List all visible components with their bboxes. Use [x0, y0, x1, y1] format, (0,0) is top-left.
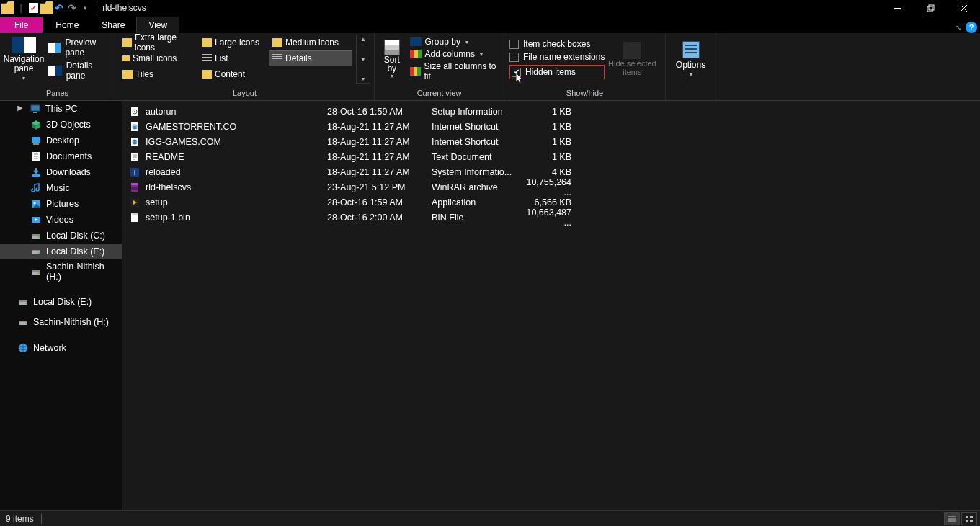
- file-type: System Informatio...: [432, 167, 518, 177]
- ribbon-group-show-hide-label: Show/hide: [508, 87, 662, 99]
- sidebar-item-label: This PC: [45, 104, 77, 114]
- minimize-ribbon-icon[interactable]: ⤡: [956, 24, 961, 32]
- navigation-pane-button[interactable]: Navigation pane ▾: [4, 35, 44, 84]
- extra-large-icons-icon: [122, 38, 132, 47]
- hidden-items-checkbox[interactable]: Hidden items: [509, 65, 605, 79]
- file-size: 4 KB: [518, 167, 576, 177]
- window-title: rld-thelscvs: [102, 3, 146, 13]
- group-by-button[interactable]: Group by ▾: [410, 37, 500, 47]
- drive-icon: [30, 266, 42, 277]
- file-name-extensions-checkbox[interactable]: File name extensions: [509, 52, 605, 62]
- thumbnails-view-icon: [965, 515, 974, 522]
- navigation-pane-icon: [12, 37, 36, 53]
- file-row[interactable]: rld-thelscvs23-Aug-21 5:12 PMWinRAR arch…: [122, 179, 980, 195]
- minimize-button[interactable]: [881, 0, 914, 16]
- layout-tiles[interactable]: Tiles: [119, 66, 198, 82]
- file-row[interactable]: autorun28-Oct-16 1:59 AMSetup Informatio…: [122, 104, 980, 119]
- tab-home[interactable]: Home: [44, 17, 90, 33]
- options-icon: [682, 41, 700, 58]
- sidebar-item[interactable]: ⯈This PC: [0, 101, 122, 117]
- navigation-tree[interactable]: ⯈This PC3D ObjectsDesktopDocumentsDownlo…: [0, 101, 122, 510]
- preview-pane-label: Preview pane: [65, 37, 111, 58]
- file-row[interactable]: README18-Aug-21 11:27 AMText Document1 K…: [122, 149, 980, 164]
- scroll-more-icon[interactable]: ▾: [362, 75, 365, 83]
- svg-rect-27: [32, 250, 40, 251]
- preview-pane-button[interactable]: Preview pane: [48, 37, 111, 58]
- quick-access-toolbar: | ✔ ↶ ↷ ▾: [1, 1, 92, 14]
- expand-icon[interactable]: ⯈: [17, 105, 24, 112]
- sidebar-item[interactable]: Videos: [0, 212, 122, 228]
- layout-medium[interactable]: Medium icons: [269, 35, 352, 50]
- file-row[interactable]: setup-1.bin28-Oct-16 2:00 AMBIN File10,6…: [122, 210, 980, 225]
- details-view-icon: [948, 515, 956, 522]
- sort-by-button[interactable]: Sort by ▾: [378, 35, 406, 84]
- sidebar-item-label: Local Disk (E:): [33, 297, 92, 307]
- file-date: 28-Oct-16 1:59 AM: [327, 197, 432, 208]
- sidebar-item[interactable]: Downloads: [0, 164, 122, 180]
- file-size: 1 KB: [518, 122, 576, 132]
- svg-point-34: [25, 303, 27, 304]
- sidebar-item[interactable]: Local Disk (E:): [0, 244, 122, 259]
- size-all-columns-button[interactable]: Size all columns to fit: [410, 61, 500, 81]
- sidebar-item-label: Desktop: [46, 135, 79, 146]
- sidebar-item[interactable]: Pictures: [0, 196, 122, 212]
- sidebar-item[interactable]: Music: [0, 180, 122, 196]
- drive-icon: [17, 296, 29, 308]
- layout-content[interactable]: Content: [198, 66, 269, 82]
- tab-share[interactable]: Share: [90, 17, 136, 33]
- file-type: Application: [432, 197, 518, 208]
- layout-list[interactable]: List: [198, 50, 269, 66]
- sidebar-item[interactable]: Desktop: [0, 133, 122, 148]
- svg-point-25: [38, 236, 40, 238]
- sidebar-item[interactable]: Local Disk (E:): [0, 294, 122, 310]
- sidebar-item[interactable]: Network: [0, 340, 122, 356]
- videos-icon: [30, 214, 42, 226]
- file-list-pane[interactable]: autorun28-Oct-16 1:59 AMSetup Informatio…: [122, 101, 980, 510]
- medium-icons-icon: [272, 38, 282, 47]
- file-size: 6,566 KB: [518, 197, 576, 208]
- details-pane-button[interactable]: Details pane: [48, 61, 111, 81]
- file-size: 10,755,264 ...: [518, 177, 576, 197]
- options-button[interactable]: Options ▾: [669, 35, 712, 84]
- ribbon-group-current-view: Sort by ▾ Group by ▾ Add columns ▾ Size …: [375, 33, 504, 100]
- file-name: rld-thelscvs: [146, 182, 327, 192]
- music-icon: [30, 182, 42, 194]
- layout-large[interactable]: Large icons: [198, 35, 269, 50]
- file-icon: [128, 151, 141, 163]
- undo-icon[interactable]: ↶: [53, 1, 66, 14]
- file-name: autorun: [146, 107, 327, 117]
- scroll-down-icon[interactable]: ▼: [360, 55, 366, 63]
- close-button[interactable]: [947, 0, 980, 16]
- svg-rect-11: [32, 137, 40, 143]
- file-icon: [128, 106, 141, 117]
- file-name: README: [146, 152, 327, 162]
- add-columns-button[interactable]: Add columns ▾: [410, 49, 500, 59]
- sidebar-item[interactable]: Documents: [0, 148, 122, 164]
- file-row[interactable]: IGG-GAMES.COM18-Aug-21 11:27 AMInternet …: [122, 134, 980, 149]
- status-bar: 9 items: [0, 510, 980, 526]
- details-view-toggle[interactable]: [944, 512, 960, 525]
- sidebar-item[interactable]: Sachin-Nithish (H:): [0, 314, 122, 330]
- layout-details[interactable]: Details: [269, 50, 352, 66]
- layout-scroll[interactable]: ▲ ▼ ▾: [356, 35, 370, 84]
- file-row[interactable]: GAMESTORRENT.CO18-Aug-21 11:27 AMInterne…: [122, 119, 980, 134]
- maximize-button[interactable]: [914, 0, 947, 16]
- tab-view[interactable]: View: [136, 17, 179, 33]
- tab-file[interactable]: File: [0, 17, 43, 33]
- sidebar-item[interactable]: Sachin-Nithish (H:): [0, 259, 122, 284]
- hide-selected-icon: [623, 42, 641, 59]
- properties-icon[interactable]: ✔: [29, 3, 38, 13]
- layout-extra-large[interactable]: Extra large icons: [119, 35, 198, 50]
- qat-customize-icon[interactable]: ▾: [79, 1, 92, 14]
- new-folder-icon[interactable]: [40, 1, 53, 14]
- scroll-up-icon[interactable]: ▲: [360, 35, 366, 43]
- sidebar-item[interactable]: Local Disk (C:): [0, 228, 122, 244]
- sidebar-item[interactable]: 3D Objects: [0, 117, 122, 133]
- help-button[interactable]: ?: [966, 22, 977, 33]
- sidebar-item-label: Network: [33, 343, 66, 353]
- svg-rect-67: [970, 516, 973, 518]
- layout-small[interactable]: Small icons: [119, 50, 198, 66]
- thumbnails-view-toggle[interactable]: [961, 512, 977, 525]
- item-check-boxes-checkbox[interactable]: Item check boxes: [509, 39, 605, 49]
- redo-icon[interactable]: ↷: [66, 1, 79, 14]
